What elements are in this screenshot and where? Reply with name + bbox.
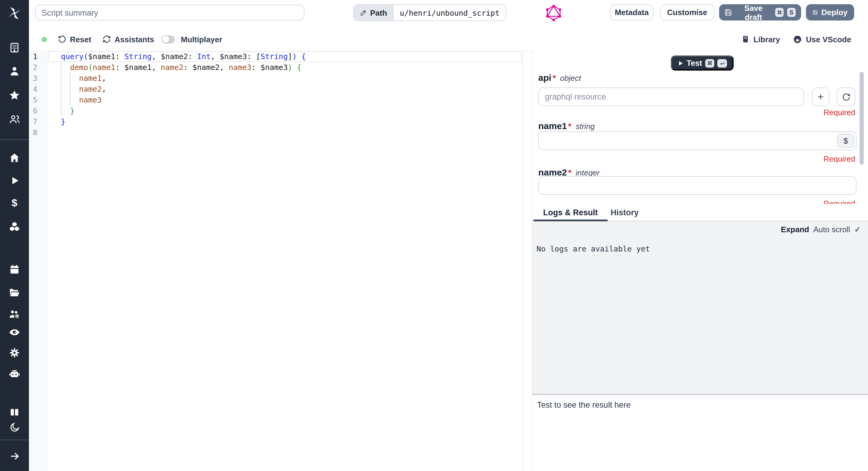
sidebar-item-audit[interactable] bbox=[7, 325, 22, 340]
building-icon bbox=[8, 41, 21, 54]
sidebar-item-favorites[interactable] bbox=[7, 88, 22, 102]
sidebar-collapse-button[interactable] bbox=[7, 449, 22, 463]
code-text: } bbox=[61, 106, 74, 116]
sidebar-item-workspace[interactable] bbox=[7, 40, 22, 55]
dark-mode-toggle[interactable] bbox=[7, 420, 22, 434]
code-line[interactable]: 8 bbox=[29, 127, 523, 138]
test-panel: Test api* object + bbox=[532, 51, 868, 471]
pane-splitter[interactable] bbox=[523, 51, 523, 471]
topbar: Path u/henri/unbound_script Metadata Cus… bbox=[29, 0, 868, 28]
sidebar-item-folders[interactable] bbox=[7, 285, 22, 300]
s-key: S bbox=[787, 8, 796, 17]
sidebar-item-settings[interactable] bbox=[7, 346, 22, 360]
code-text: name2, bbox=[61, 84, 106, 95]
tab-history[interactable]: History bbox=[601, 204, 648, 221]
code-text: name3 bbox=[61, 95, 102, 106]
required-hint: Required bbox=[824, 199, 855, 204]
autoscroll-checkmark[interactable]: ✓ bbox=[854, 225, 861, 234]
multiplayer-label: Multiplayer bbox=[181, 35, 222, 44]
code-line[interactable]: 2 demo(name1: $name1, name2: $name2, nam… bbox=[29, 62, 523, 73]
sidebar-item-workers[interactable] bbox=[7, 307, 22, 321]
arg-label-api: api* object bbox=[538, 72, 581, 83]
rotate-ccw-icon bbox=[58, 35, 66, 43]
assistants-label: Assistants bbox=[115, 35, 154, 44]
multiplayer-label-wrap: Multiplayer bbox=[181, 28, 222, 51]
multiplayer-toggle[interactable] bbox=[161, 35, 175, 43]
customise-label: Customise bbox=[667, 8, 707, 17]
sidebar-item-schedules[interactable] bbox=[7, 262, 22, 277]
code-line[interactable]: 4 name2, bbox=[29, 84, 523, 95]
code-line[interactable]: 6 } bbox=[29, 106, 523, 116]
path-edit-button[interactable]: Path bbox=[354, 5, 394, 21]
home-icon bbox=[8, 152, 21, 164]
rotate-cw-icon bbox=[842, 93, 850, 101]
arrow-right-icon bbox=[9, 450, 20, 462]
gear-icon bbox=[8, 347, 21, 359]
metadata-button[interactable]: Metadata bbox=[610, 4, 653, 21]
language-badge bbox=[546, 5, 562, 21]
api-input[interactable] bbox=[538, 87, 804, 106]
robot-icon bbox=[8, 368, 21, 380]
refresh-cw-icon bbox=[102, 35, 111, 43]
scrollbar-thumb[interactable] bbox=[860, 72, 864, 165]
customise-button[interactable]: Customise bbox=[660, 4, 714, 21]
windmill-logo[interactable] bbox=[7, 6, 22, 21]
play-icon bbox=[9, 175, 20, 186]
tab-logs-result[interactable]: Logs & Result bbox=[533, 204, 608, 221]
save-draft-button[interactable]: Save draft S bbox=[719, 4, 801, 21]
library-button[interactable]: Library bbox=[741, 28, 780, 51]
line-number: 6 bbox=[29, 106, 37, 116]
code-line[interactable]: 5 name3 bbox=[29, 95, 523, 106]
sidebar: $ bbox=[0, 0, 29, 471]
assistants-button[interactable]: Assistants bbox=[102, 28, 154, 51]
sidebar-item-groups[interactable] bbox=[7, 112, 22, 127]
metadata-label: Metadata bbox=[615, 8, 649, 17]
autoscroll-label[interactable]: Auto scroll bbox=[813, 225, 850, 234]
library-book-icon bbox=[741, 35, 750, 43]
users-gear-icon bbox=[8, 308, 21, 320]
library-label: Library bbox=[753, 35, 780, 44]
toggle-knob bbox=[162, 36, 169, 43]
code-line[interactable]: 3 name1, bbox=[29, 73, 523, 84]
logs-area: Expand Auto scroll ✓ No logs are availab… bbox=[532, 221, 868, 394]
star-icon bbox=[8, 89, 21, 101]
refresh-resource-button[interactable] bbox=[837, 87, 855, 106]
pencil-icon bbox=[360, 9, 367, 16]
sidebar-item-user[interactable] bbox=[7, 64, 22, 79]
no-logs-message: No logs are available yet bbox=[536, 244, 650, 253]
multiplayer-toggle-wrap bbox=[161, 28, 175, 51]
script-summary-input[interactable] bbox=[35, 5, 304, 21]
deploy-button[interactable]: Deploy bbox=[806, 4, 854, 21]
reset-button[interactable]: Reset bbox=[58, 28, 91, 51]
code-line[interactable]: 1query($name1: String, $name2: Int, $nam… bbox=[29, 51, 523, 62]
code-line[interactable]: 7} bbox=[29, 116, 523, 127]
code-text: name1, bbox=[61, 73, 106, 84]
cubes-icon bbox=[8, 221, 21, 233]
app-window: $ bbox=[0, 0, 868, 471]
sidebar-item-runs[interactable] bbox=[7, 173, 22, 187]
code-editor[interactable]: 1query($name1: String, $name2: Int, $nam… bbox=[29, 51, 523, 471]
arg-label-name2: name2* integer bbox=[538, 167, 599, 177]
path-value[interactable]: u/henri/unbound_script bbox=[394, 5, 505, 21]
line-number: 4 bbox=[29, 84, 37, 95]
arg-type: object bbox=[560, 73, 581, 83]
eye-icon bbox=[8, 326, 21, 338]
name2-input[interactable] bbox=[538, 176, 857, 195]
code-lines: 1query($name1: String, $name2: Int, $nam… bbox=[29, 51, 523, 138]
name1-input[interactable] bbox=[538, 131, 857, 150]
sidebar-item-docs[interactable] bbox=[7, 405, 22, 420]
use-vscode-button[interactable]: Use VScode bbox=[793, 28, 851, 51]
insert-variable-button[interactable]: $ bbox=[837, 134, 854, 148]
arg-name: api bbox=[538, 72, 551, 83]
result-tabs: Logs & Result History bbox=[532, 204, 868, 221]
sidebar-item-variables[interactable]: $ bbox=[7, 196, 22, 210]
sidebar-item-ai[interactable] bbox=[7, 367, 22, 381]
windmill-logo-icon bbox=[7, 5, 22, 21]
expand-button[interactable]: Expand bbox=[781, 225, 809, 234]
sidebar-item-resources[interactable] bbox=[7, 219, 22, 234]
tab-label: History bbox=[611, 208, 639, 217]
add-resource-button[interactable]: + bbox=[812, 87, 830, 106]
line-number: 8 bbox=[29, 127, 37, 138]
sidebar-item-home[interactable] bbox=[7, 151, 22, 165]
arg-name: name1 bbox=[538, 121, 567, 131]
